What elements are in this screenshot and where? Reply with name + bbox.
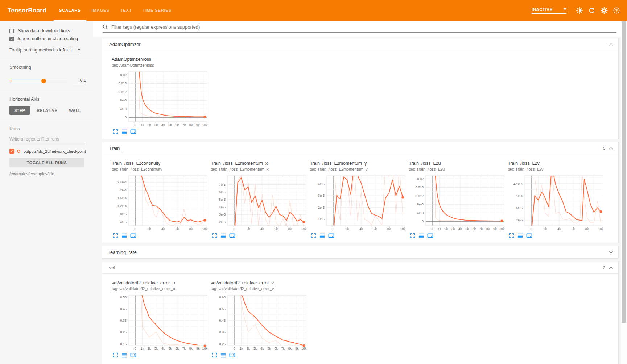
chart-plot[interactable]: 02k4k6k8k10k2e-56e-51e-41.4e-4 <box>508 173 605 231</box>
tag-section-card: learning_rate <box>102 246 619 259</box>
collapse-section-icon[interactable] <box>609 267 613 271</box>
chart-plot[interactable]: 02k4k6k8k10k4e-58e-51.2e-41.6e-42e-42.4e… <box>112 173 209 231</box>
toggle-all-runs-button[interactable]: TOGGLE ALL RUNS <box>9 158 84 167</box>
section-header-train-[interactable]: Train_5 <box>102 142 618 154</box>
fullscreen-chart-icon[interactable] <box>509 233 514 238</box>
svg-text:4e-5: 4e-5 <box>219 205 226 209</box>
svg-text:4k: 4k <box>161 347 165 350</box>
svg-text:8k: 8k <box>288 347 292 350</box>
chart-tag: tag: Train_/loss_L2v <box>508 167 605 171</box>
svg-text:8e-3: 8e-3 <box>417 202 424 206</box>
chart-actions <box>311 233 407 238</box>
help-icon[interactable]: ? <box>613 7 620 14</box>
tooltip-sorting-select[interactable]: default <box>57 47 81 54</box>
brightness-icon[interactable] <box>576 7 583 14</box>
fit-domain-icon[interactable] <box>526 233 532 238</box>
chart-plot[interactable]: 01k2k3k4k5k6k7k8k9k10k04e-38e-30.0120.01… <box>112 70 209 127</box>
svg-text:0.45: 0.45 <box>120 307 127 311</box>
tab-time-series[interactable]: TIME SERIES <box>137 0 177 21</box>
run-color-ring-icon <box>17 150 20 153</box>
smoothing-section: Smoothing 0.6 <box>0 60 93 92</box>
data-table-icon[interactable] <box>418 233 424 238</box>
checkbox-ignore-outliers[interactable]: ✓ Ignore outliers in chart scaling <box>9 36 86 41</box>
fullscreen-chart-icon[interactable] <box>311 233 316 238</box>
tab-scalars[interactable]: SCALARS <box>54 0 86 21</box>
run-list-item[interactable]: ✓ outputs/ldc_2d/network_checkpoint <box>9 149 86 154</box>
data-table-icon[interactable] <box>319 233 325 238</box>
section-title: AdamOptimzer <box>109 42 141 47</box>
svg-text:0: 0 <box>332 227 334 231</box>
refresh-icon[interactable] <box>588 7 595 14</box>
chart-plot[interactable]: 01k2k3k4k5k6k7k8k9k10k04e-38e-30.0120.01… <box>409 173 506 231</box>
data-table-icon[interactable] <box>220 352 226 358</box>
svg-text:2k: 2k <box>247 347 250 350</box>
svg-text:0: 0 <box>134 123 136 127</box>
smoothing-slider[interactable] <box>9 81 67 81</box>
tag-section-card: val2val/validator/l2_relative_error_utag… <box>102 262 619 364</box>
svg-text:0.65: 0.65 <box>219 296 226 299</box>
axis-button-step[interactable]: STEP <box>9 106 30 115</box>
data-table-icon[interactable] <box>121 129 127 134</box>
chart-title: val/validator/l2_relative_error_v <box>211 280 308 285</box>
fit-domain-icon[interactable] <box>130 233 136 238</box>
tab-images[interactable]: IMAGES <box>86 0 115 21</box>
collapse-section-icon[interactable] <box>609 147 613 151</box>
svg-text:6k: 6k <box>274 347 278 350</box>
section-header-val[interactable]: val2 <box>102 262 618 274</box>
svg-text:3k: 3k <box>154 123 158 127</box>
svg-text:2k: 2k <box>148 123 151 127</box>
svg-text:0.25: 0.25 <box>219 342 226 346</box>
collapse-section-icon[interactable] <box>609 43 613 47</box>
vertical-scrollbar[interactable] <box>621 21 627 364</box>
data-table-icon[interactable] <box>121 352 127 358</box>
svg-text:5k: 5k <box>267 347 271 350</box>
scrollbar-thumb[interactable] <box>622 21 626 323</box>
chart-tag: tag: Train_/loss_L2momentum_x <box>211 167 308 171</box>
axis-button-wall[interactable]: WALL <box>64 106 86 115</box>
fullscreen-chart-icon[interactable] <box>113 233 118 238</box>
settings-gear-icon[interactable] <box>601 7 608 14</box>
svg-text:9k: 9k <box>196 347 200 350</box>
app-header: TensorBoard SCALARSIMAGESTEXTTIME SERIES… <box>0 0 627 21</box>
fit-domain-icon[interactable] <box>229 352 235 358</box>
section-header-adamoptimzer[interactable]: AdamOptimzer <box>102 38 618 50</box>
fullscreen-chart-icon[interactable] <box>212 233 217 238</box>
data-table-icon[interactable] <box>121 233 127 238</box>
svg-text:8k: 8k <box>585 227 589 231</box>
run-filter-input[interactable]: Write a regex to filter runs <box>9 131 85 144</box>
chart-title: Train_/loss_L2u <box>409 161 506 166</box>
fit-domain-icon[interactable] <box>130 352 136 358</box>
svg-text:0.016: 0.016 <box>415 185 424 189</box>
svg-text:3k: 3k <box>154 347 158 350</box>
fit-domain-icon[interactable] <box>229 233 235 238</box>
chart-plot[interactable]: 01k2k3k4k5k6k7k8k9k10k0.250.350.450.550.… <box>211 293 308 350</box>
expand-section-icon[interactable] <box>609 249 613 253</box>
data-table-icon[interactable] <box>220 233 226 238</box>
tag-filter-input[interactable]: Filter tags (regular expressions support… <box>103 24 616 33</box>
svg-text:1e-4: 1e-4 <box>516 194 523 198</box>
data-table-icon[interactable] <box>517 233 523 238</box>
fit-domain-icon[interactable] <box>427 233 433 238</box>
svg-text:6e-5: 6e-5 <box>516 206 523 210</box>
fullscreen-chart-icon[interactable] <box>113 129 118 134</box>
fit-domain-icon[interactable] <box>130 129 136 134</box>
smoothing-value[interactable]: 0.6 <box>73 78 86 84</box>
run-status-select[interactable]: INACTIVE <box>532 7 566 14</box>
checkbox-show-download-links[interactable]: ✓ Show data download links <box>9 28 86 33</box>
fit-domain-icon[interactable] <box>328 233 334 238</box>
section-header-learning-rate[interactable]: learning_rate <box>102 246 618 258</box>
fullscreen-chart-icon[interactable] <box>212 352 217 358</box>
axis-button-relative[interactable]: RELATIVE <box>32 106 62 115</box>
chart-plot[interactable]: 01k2k3k4k5k6k7k8k9k10k0.150.250.350.450.… <box>112 293 209 350</box>
fullscreen-chart-icon[interactable] <box>410 233 415 238</box>
fullscreen-chart-icon[interactable] <box>113 352 118 358</box>
slider-thumb[interactable] <box>41 79 46 83</box>
tab-text[interactable]: TEXT <box>115 0 137 21</box>
tooltip-sorting-label: Tooltip sorting method: <box>9 47 55 53</box>
chart-plot[interactable]: 02k4k6k8k10k2e-53e-54e-55e-56e-57e-5 <box>211 173 308 231</box>
run-checkbox[interactable]: ✓ <box>9 149 14 154</box>
svg-text:4e-5: 4e-5 <box>318 182 325 186</box>
svg-text:0.016: 0.016 <box>118 81 127 85</box>
chart-plot[interactable]: 02k4k6k8k10k1e-52e-53e-54e-5 <box>310 173 407 231</box>
runs-section: Runs Write a regex to filter runs ✓ outp… <box>0 121 93 182</box>
